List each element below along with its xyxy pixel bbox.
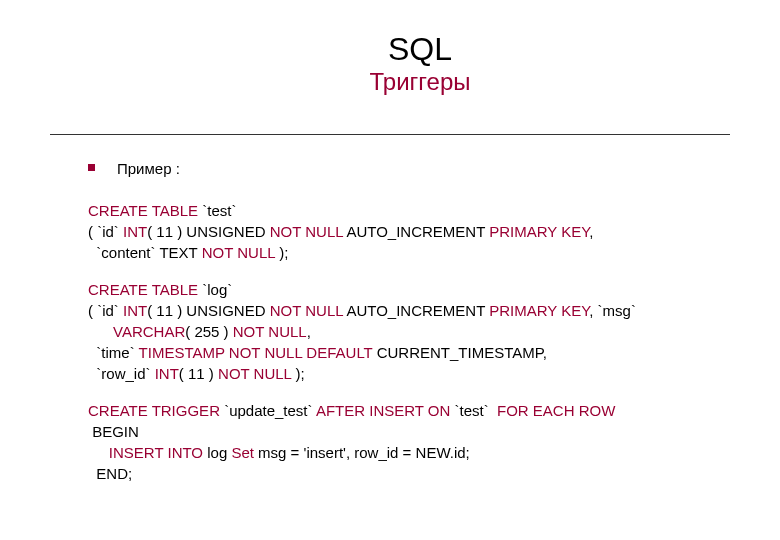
txt: ( `id` — [88, 302, 123, 319]
kw: PRIMARY KEY — [489, 302, 589, 319]
txt: ( 11 ) UNSIGNED — [147, 302, 270, 319]
txt: `update_test` — [220, 402, 316, 419]
txt — [88, 323, 113, 340]
bullet-icon — [88, 164, 95, 171]
kw: AFTER INSERT ON — [316, 402, 450, 419]
txt: ( 11 ) UNSIGNED — [147, 223, 270, 240]
txt: END; — [88, 465, 132, 482]
example-block-3: CREATE TRIGGER `update_test` AFTER INSER… — [88, 400, 730, 484]
txt: `test` — [450, 402, 497, 419]
txt: ); — [291, 365, 304, 382]
kw: INT — [123, 223, 147, 240]
txt: `row_id` — [88, 365, 155, 382]
txt: `time` — [88, 344, 139, 361]
title-main: SQL — [60, 32, 780, 67]
kw: VARCHAR — [113, 323, 185, 340]
kw: NOT NULL — [270, 302, 343, 319]
slide-title-block: SQL Триггеры — [0, 32, 780, 96]
title-sub: Триггеры — [60, 69, 780, 95]
bullet-label: Пример : — [117, 158, 180, 179]
txt: `content` TEXT — [88, 244, 202, 261]
txt: ( 255 ) — [185, 323, 233, 340]
txt: ( `id` — [88, 223, 123, 240]
kw: PRIMARY KEY — [489, 223, 589, 240]
kw: NOT NULL — [233, 323, 307, 340]
kw: INSERT INTO — [109, 444, 203, 461]
kw: CREATE TABLE — [88, 281, 198, 298]
txt: `log` — [198, 281, 232, 298]
txt: AUTO_INCREMENT — [343, 302, 489, 319]
kw: CREATE TABLE — [88, 202, 198, 219]
divider — [50, 134, 730, 135]
example-block-1: Пример : CREATE TABLE `test` ( `id` INT(… — [88, 158, 730, 263]
txt: `test` — [198, 202, 236, 219]
txt: ( 11 ) — [179, 365, 218, 382]
txt: msg = 'insert', row_id = NEW.id; — [254, 444, 470, 461]
kw: TIMESTAMP NOT NULL DEFAULT — [139, 344, 373, 361]
txt: log — [203, 444, 231, 461]
example-block-2: CREATE TABLE `log` ( `id` INT( 11 ) UNSI… — [88, 279, 730, 384]
kw: INT — [155, 365, 179, 382]
kw: NOT NULL — [270, 223, 343, 240]
txt — [88, 444, 109, 461]
kw: NOT NULL — [202, 244, 275, 261]
txt: CURRENT_TIMESTAMP, — [373, 344, 547, 361]
kw: Set — [231, 444, 254, 461]
kw: NOT NULL — [218, 365, 291, 382]
txt: , — [589, 223, 593, 240]
txt: AUTO_INCREMENT — [343, 223, 489, 240]
txt: , `msg` — [589, 302, 636, 319]
txt: , — [307, 323, 311, 340]
content-body: Пример : CREATE TABLE `test` ( `id` INT(… — [88, 158, 730, 500]
txt: ); — [275, 244, 288, 261]
kw: FOR EACH ROW — [497, 402, 615, 419]
kw: CREATE TRIGGER — [88, 402, 220, 419]
txt: BEGIN — [88, 423, 139, 440]
kw: INT — [123, 302, 147, 319]
